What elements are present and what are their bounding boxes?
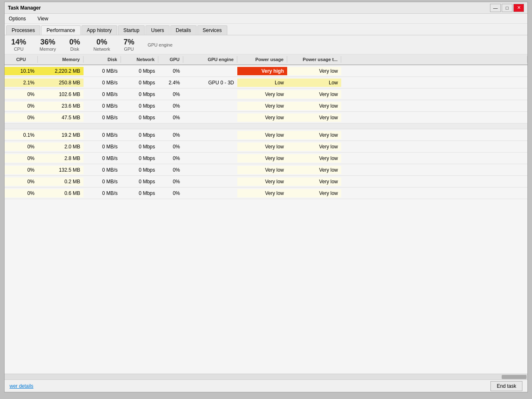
header-power-trend[interactable]: Power usage t... — [287, 56, 341, 63]
cell-network: 0 Mbps — [121, 79, 158, 87]
cell-disk: 0 MB/s — [84, 67, 121, 75]
cell-gpu-engine — [183, 116, 237, 119]
cell-gpu: 0% — [158, 177, 183, 186]
cell-gpu: 0% — [158, 189, 183, 197]
cell-cpu: 0% — [5, 177, 38, 186]
gpu-summary: 7% GPU — [123, 38, 134, 52]
table-row[interactable]: 0%0.2 MB0 MB/s0 Mbps0%Very lowVery low — [5, 176, 527, 187]
cell-disk: 0 MB/s — [84, 79, 121, 87]
end-task-button[interactable]: End task — [490, 381, 522, 391]
task-manager-window: Task Manager — □ ✕ Options View Processe… — [4, 2, 528, 392]
scrollbar-thumb[interactable] — [502, 375, 527, 379]
cell-cpu: 10.1% — [5, 67, 38, 75]
table-row[interactable]: 10.1%2,220.2 MB0 MB/s0 Mbps0%Very highVe… — [5, 65, 527, 77]
cell-power-trend: Very low — [287, 113, 341, 122]
horizontal-scrollbar[interactable] — [5, 374, 527, 379]
cell-memory: 102.6 MB — [38, 90, 84, 99]
bottom-bar: wer details End task — [5, 379, 527, 392]
table-row[interactable]: 0%132.5 MB0 MB/s0 Mbps0%Very lowVery low — [5, 164, 527, 176]
maximize-button[interactable]: □ — [502, 4, 512, 12]
header-network[interactable]: Network — [121, 56, 158, 63]
menu-bar: Options View — [5, 14, 527, 24]
menu-options[interactable]: Options — [6, 15, 28, 22]
cell-memory: 19.2 MB — [38, 131, 84, 139]
cell-power: Very low — [237, 166, 287, 174]
cell-cpu: 0% — [5, 113, 38, 122]
cell-power-trend: Very low — [287, 189, 341, 197]
table-row[interactable]: 0%102.6 MB0 MB/s0 Mbps0%Very lowVery low — [5, 89, 527, 100]
cell-power-trend: Very low — [287, 67, 341, 75]
cell-spacer — [341, 105, 527, 107]
tab-services[interactable]: Services — [197, 25, 227, 35]
memory-label: Memory — [39, 47, 56, 52]
cell-cpu: 0% — [5, 90, 38, 99]
cell-gpu: 0% — [158, 67, 183, 75]
cell-network: 0 Mbps — [121, 131, 158, 139]
cell-gpu-engine — [183, 180, 237, 183]
header-cpu[interactable]: CPU — [5, 56, 38, 63]
cell-spacer — [341, 81, 527, 84]
cell-network: 0 Mbps — [121, 154, 158, 163]
cell-memory: 47.5 MB — [38, 113, 84, 122]
table-row[interactable]: 0%47.5 MB0 MB/s0 Mbps0%Very lowVery low — [5, 112, 527, 123]
row-separator — [5, 123, 527, 129]
memory-value: 36% — [40, 38, 55, 47]
table-row[interactable]: 2.1%250.8 MB0 MB/s0 Mbps2.4%GPU 0 - 3DLo… — [5, 77, 527, 89]
table-row[interactable]: 0.1%19.2 MB0 MB/s0 Mbps0%Very lowVery lo… — [5, 129, 527, 141]
close-button[interactable]: ✕ — [513, 4, 524, 12]
cell-gpu-engine: GPU 0 - 3D — [183, 79, 237, 87]
cell-power: Very low — [237, 154, 287, 163]
table-row[interactable]: 0%2.8 MB0 MB/s0 Mbps0%Very lowVery low — [5, 153, 527, 164]
cell-network: 0 Mbps — [121, 143, 158, 151]
header-disk[interactable]: Disk — [84, 56, 121, 63]
header-scroll-spacer — [341, 56, 527, 63]
header-power[interactable]: Power usage — [237, 56, 287, 63]
cell-power: Very low — [237, 189, 287, 197]
minimize-button[interactable]: — — [490, 4, 501, 12]
cell-gpu: 0% — [158, 102, 183, 110]
cell-disk: 0 MB/s — [84, 102, 121, 110]
tab-startup[interactable]: Startup — [118, 25, 145, 35]
network-label: Network — [94, 47, 110, 52]
cell-spacer — [341, 134, 527, 136]
more-details-link[interactable]: wer details — [10, 383, 33, 389]
cell-memory: 2.8 MB — [38, 154, 84, 163]
cell-disk: 0 MB/s — [84, 189, 121, 197]
cell-cpu: 0% — [5, 102, 38, 110]
cell-spacer — [341, 145, 527, 148]
cell-gpu-engine — [183, 192, 237, 195]
tab-processes[interactable]: Processes — [6, 25, 40, 35]
table-row[interactable]: 0%23.6 MB0 MB/s0 Mbps0%Very lowVery low — [5, 100, 527, 112]
header-gpu-engine[interactable]: GPU engine — [183, 56, 237, 63]
tabs-bar: Processes Performance App history Startu… — [5, 24, 527, 35]
table-body[interactable]: 10.1%2,220.2 MB0 MB/s0 Mbps0%Very highVe… — [5, 65, 527, 374]
cell-gpu: 0% — [158, 154, 183, 163]
gpu-label: GPU — [124, 47, 134, 52]
menu-view[interactable]: View — [35, 15, 51, 22]
cell-disk: 0 MB/s — [84, 154, 121, 163]
cell-gpu-engine — [183, 105, 237, 107]
cell-spacer — [341, 157, 527, 160]
process-table: CPU Memory Disk Network GPU GPU engine P… — [5, 54, 527, 374]
tab-app-history[interactable]: App history — [81, 25, 117, 35]
cell-power: Very high — [237, 67, 287, 75]
tab-details[interactable]: Details — [170, 25, 197, 35]
cell-disk: 0 MB/s — [84, 166, 121, 174]
tab-users[interactable]: Users — [145, 25, 169, 35]
header-memory[interactable]: Memory — [38, 56, 84, 63]
cell-network: 0 Mbps — [121, 189, 158, 197]
cell-power-trend: Very low — [287, 102, 341, 110]
cell-gpu-engine — [183, 169, 237, 171]
cell-disk: 0 MB/s — [84, 90, 121, 99]
cell-gpu-engine — [183, 134, 237, 136]
tab-performance[interactable]: Performance — [41, 25, 81, 35]
cpu-label: CPU — [14, 47, 23, 52]
table-row[interactable]: 0%0.6 MB0 MB/s0 Mbps0%Very lowVery low — [5, 187, 527, 199]
header-gpu[interactable]: GPU — [158, 56, 183, 63]
table-row[interactable]: 0%2.0 MB0 MB/s0 Mbps0%Very lowVery low — [5, 141, 527, 153]
cell-gpu: 2.4% — [158, 79, 183, 87]
cell-power: Very low — [237, 90, 287, 99]
cell-disk: 0 MB/s — [84, 143, 121, 151]
cell-memory: 2,220.2 MB — [38, 67, 84, 75]
cell-disk: 0 MB/s — [84, 113, 121, 122]
